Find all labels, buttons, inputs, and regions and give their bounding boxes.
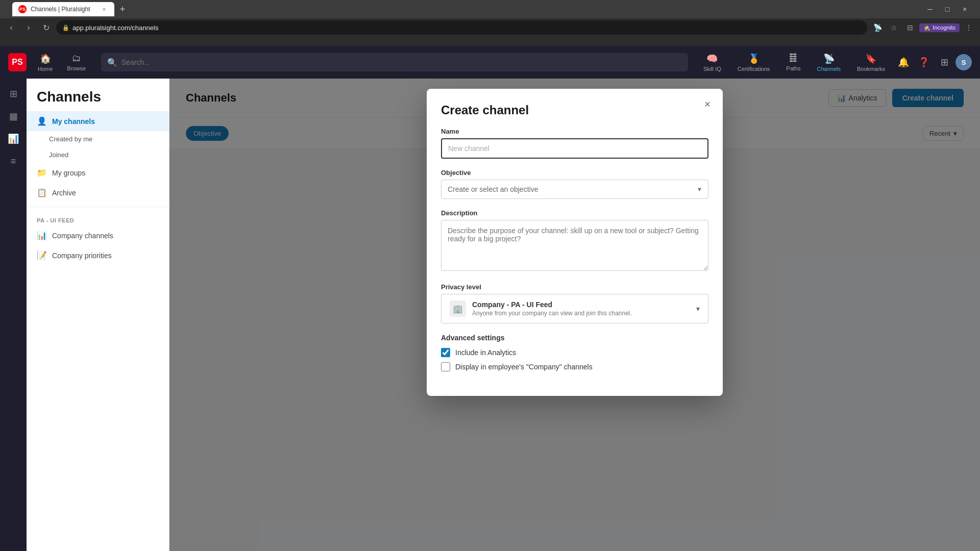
sidebar-item-company-priorities[interactable]: 📝 Company priorities xyxy=(27,245,169,265)
privacy-chevron-icon: ▾ xyxy=(696,305,700,313)
sidebar-item-company-channels-label: Company channels xyxy=(52,232,113,240)
nav-paths[interactable]: 🛤 Paths xyxy=(779,49,807,76)
nav-certifications[interactable]: 🏅 Certifications xyxy=(730,49,777,76)
privacy-name: Company - PA - UI Feed xyxy=(472,300,632,309)
sidebar-item-my-channels[interactable]: 👤 My channels xyxy=(27,111,169,131)
sidebar-item-my-channels-label: My channels xyxy=(52,117,95,126)
objective-label: Objective xyxy=(441,169,708,177)
nav-paths-label: Paths xyxy=(786,65,800,71)
maximize-button[interactable]: □ xyxy=(940,2,954,16)
side-nav: Channels 👤 My channels Created by me Joi… xyxy=(27,79,169,551)
analytics-checkbox-row: Include in Analytics xyxy=(441,348,708,357)
sidebar-item-company-channels[interactable]: 📊 Company channels xyxy=(27,226,169,245)
modal-close-button[interactable]: × xyxy=(700,97,715,111)
close-window-button[interactable]: × xyxy=(958,2,972,16)
description-label: Description xyxy=(441,209,708,217)
reload-button[interactable]: ↻ xyxy=(39,20,53,35)
nav-right: 🧠 Skill IQ 🏅 Certifications 🛤 Paths 📡 Ch… xyxy=(696,49,972,76)
browser-tab-active[interactable]: PS Channels | Pluralsight × xyxy=(12,2,114,16)
skill-iq-icon: 🧠 xyxy=(706,53,718,64)
nav-browse[interactable]: 🗂 Browse xyxy=(60,49,93,76)
icon-sidebar-table[interactable]: ▦ xyxy=(4,107,22,126)
address-bar: ‹ › ↻ 🔒 app.pluralsight.com/channels 📡 ☆… xyxy=(0,18,980,37)
sidebar-divider xyxy=(27,207,169,207)
sidebar-item-my-groups[interactable]: 📁 My groups xyxy=(27,163,169,183)
nav-home-label: Home xyxy=(38,66,53,72)
sidebar-item-archive[interactable]: 📋 Archive xyxy=(27,183,169,203)
icon-sidebar-list[interactable]: ≡ xyxy=(4,152,22,170)
tab-close-button[interactable]: × xyxy=(100,5,108,13)
sidebar-item-archive-label: Archive xyxy=(52,189,76,197)
search-icon: 🔍 xyxy=(107,58,117,67)
icon-sidebar-chart[interactable]: 📊 xyxy=(4,130,22,148)
minimize-button[interactable]: ─ xyxy=(923,2,937,16)
analytics-checkbox[interactable] xyxy=(441,348,450,357)
channels-icon: 📡 xyxy=(823,53,835,64)
sidebar-item-company-priorities-label: Company priorities xyxy=(52,252,112,260)
objective-field-group: Objective Create or select an objective xyxy=(441,169,708,199)
more-options-button[interactable]: ⋮ xyxy=(962,20,976,35)
search-input[interactable] xyxy=(121,58,682,66)
description-textarea[interactable] xyxy=(441,220,708,271)
archive-icon: 📋 xyxy=(37,188,47,197)
modal-body: Name Objective Create or select an objec… xyxy=(427,117,723,396)
browse-icon: 🗂 xyxy=(72,53,81,64)
incognito-label: Incognito xyxy=(933,24,955,31)
page-title: Channels xyxy=(37,89,159,105)
privacy-description: Anyone from your company can view and jo… xyxy=(472,310,632,317)
url-display: app.pluralsight.com/channels xyxy=(72,24,158,32)
analytics-checkbox-label: Include in Analytics xyxy=(455,348,516,357)
nav-skill-iq[interactable]: 🧠 Skill IQ xyxy=(696,49,728,76)
nav-channels-label: Channels xyxy=(817,66,840,72)
certifications-icon: 🏅 xyxy=(748,53,760,64)
nav-bookmarks[interactable]: 🔖 Bookmarks xyxy=(850,49,892,76)
forward-button[interactable]: › xyxy=(21,20,36,35)
advanced-settings-group: Advanced settings Include in Analytics D… xyxy=(441,334,708,371)
modal-overlay[interactable]: Create channel × Name Objective xyxy=(169,79,980,551)
company-channels-icon: 📊 xyxy=(37,231,47,240)
sidebar-section-label: PA - UI FEED xyxy=(27,211,169,226)
privacy-info: Company - PA - UI Feed Anyone from your … xyxy=(472,300,632,317)
modal-header: Create channel × xyxy=(427,89,723,117)
privacy-field-group: Privacy level 🏢 Company - PA - UI Feed A… xyxy=(441,283,708,323)
user-avatar[interactable]: S xyxy=(955,54,972,70)
notifications-button[interactable]: 🔔 xyxy=(894,53,913,71)
back-button[interactable]: ‹ xyxy=(4,20,18,35)
app-logo[interactable]: PS xyxy=(8,53,27,71)
paths-icon: 🛤 xyxy=(789,53,798,64)
privacy-card[interactable]: 🏢 Company - PA - UI Feed Anyone from you… xyxy=(441,294,708,323)
nav-channels[interactable]: 📡 Channels xyxy=(810,49,847,76)
tab-favicon: PS xyxy=(18,5,27,13)
bookmarks-icon: 🔖 xyxy=(865,53,876,64)
modal-title: Create channel xyxy=(441,103,708,117)
lock-icon: 🔒 xyxy=(62,24,69,31)
display-checkbox[interactable] xyxy=(441,362,450,371)
cast-button[interactable]: 📡 xyxy=(870,20,885,35)
bookmark-star-button[interactable]: ☆ xyxy=(887,20,901,35)
browser-title-bar: PS Channels | Pluralsight × + ─ □ × xyxy=(0,0,980,18)
split-view-button[interactable]: ⊟ xyxy=(903,20,917,35)
home-icon: 🏠 xyxy=(40,53,51,64)
privacy-card-left: 🏢 Company - PA - UI Feed Anyone from you… xyxy=(450,300,632,317)
new-tab-button[interactable]: + xyxy=(116,3,129,15)
name-input[interactable] xyxy=(441,138,708,159)
privacy-building-icon: 🏢 xyxy=(450,300,466,317)
incognito-badge: 🕵 Incognito xyxy=(919,23,960,32)
nav-home[interactable]: 🏠 Home xyxy=(31,49,60,76)
incognito-icon: 🕵 xyxy=(923,24,930,31)
sidebar-sub-joined[interactable]: Joined xyxy=(27,147,169,163)
nav-bookmarks-label: Bookmarks xyxy=(857,66,885,72)
name-field-group: Name xyxy=(441,128,708,159)
apps-button[interactable]: ⊞ xyxy=(935,53,953,71)
icon-sidebar-grid[interactable]: ⊞ xyxy=(4,85,22,103)
create-channel-modal: Create channel × Name Objective xyxy=(427,89,723,396)
app-container: PS 🏠 Home 🗂 Browse 🔍 🧠 Skill IQ 🏅 Certif… xyxy=(0,46,980,551)
privacy-label: Privacy level xyxy=(441,283,708,291)
nav-certifications-label: Certifications xyxy=(738,66,770,72)
help-button[interactable]: ❓ xyxy=(915,53,933,71)
sidebar-sub-created-by-me[interactable]: Created by me xyxy=(27,131,169,147)
address-input-wrapper[interactable]: 🔒 app.pluralsight.com/channels xyxy=(56,20,867,35)
name-label: Name xyxy=(441,128,708,135)
objective-select[interactable]: Create or select an objective xyxy=(441,180,708,199)
browser-chrome: PS Channels | Pluralsight × + ─ □ × ‹ › … xyxy=(0,0,980,46)
